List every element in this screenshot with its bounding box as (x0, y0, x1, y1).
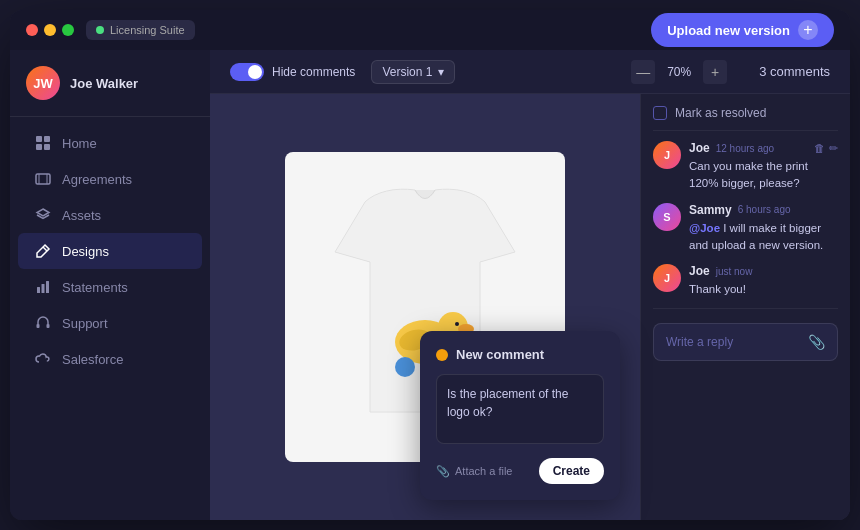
user-profile: JW Joe Walker (10, 66, 210, 117)
sidebar-item-designs-label: Designs (62, 244, 109, 259)
popup-title: New comment (456, 347, 544, 362)
hide-comments-toggle[interactable]: Hide comments (230, 63, 355, 81)
sidebar-item-statements-label: Statements (62, 280, 128, 295)
layers-icon (34, 206, 52, 224)
avatar: J (653, 264, 681, 292)
sidebar-item-designs[interactable]: Designs (18, 233, 202, 269)
popup-header: New comment (436, 347, 604, 362)
close-button[interactable] (26, 24, 38, 36)
sidebar-item-salesforce-label: Salesforce (62, 352, 123, 367)
sidebar-item-salesforce[interactable]: Salesforce (18, 341, 202, 377)
sidebar-item-home[interactable]: Home (18, 125, 202, 161)
attach-label: Attach a file (455, 465, 512, 477)
svg-rect-12 (47, 324, 50, 328)
new-comment-textarea[interactable]: Is the placement of the logo ok? (436, 374, 604, 444)
zoom-in-button[interactable]: + (703, 60, 727, 84)
sidebar-item-assets-label: Assets (62, 208, 101, 223)
sidebar-item-agreements[interactable]: Agreements (18, 161, 202, 197)
svg-rect-9 (42, 284, 45, 293)
comment-time: 6 hours ago (738, 204, 791, 215)
film-icon (34, 170, 52, 188)
comment-header: Sammy 6 hours ago (689, 203, 838, 217)
comments-count: 3 comments (759, 64, 830, 79)
resolve-checkbox-input[interactable] (653, 106, 667, 120)
sidebar-item-statements[interactable]: Statements (18, 269, 202, 305)
new-comment-popup: New comment Is the placement of the logo… (420, 331, 620, 500)
version-label: Version 1 (382, 65, 432, 79)
headphones-icon (34, 314, 52, 332)
pen-icon (34, 242, 52, 260)
svg-point-16 (455, 322, 459, 326)
comment-dot-icon (436, 349, 448, 361)
upload-new-version-button[interactable]: Upload new version + (651, 13, 834, 47)
svg-rect-2 (36, 144, 42, 150)
main-content: JW Joe Walker Home (10, 50, 850, 520)
tab-title: Licensing Suite (110, 24, 185, 36)
content-area: Hide comments Version 1 ▾ — 70% + 3 comm… (210, 50, 850, 520)
maximize-button[interactable] (62, 24, 74, 36)
comment-body: Joe 12 hours ago 🗑 ✏ Can you make the pr… (689, 141, 838, 193)
create-comment-button[interactable]: Create (539, 458, 604, 484)
comment-body: Joe just now Thank you! (689, 264, 838, 298)
svg-rect-4 (36, 174, 50, 184)
comment-body: Sammy 6 hours ago @Joe I will make it bi… (689, 203, 838, 255)
sidebar-item-support-label: Support (62, 316, 108, 331)
avatar: JW (26, 66, 60, 100)
mark-as-resolved[interactable]: Mark as resolved (653, 106, 838, 120)
svg-rect-0 (36, 136, 42, 142)
comment-text: @Joe I will make it bigger and upload a … (689, 220, 838, 255)
user-name: Joe Walker (70, 76, 138, 91)
toggle-switch[interactable] (230, 63, 264, 81)
popup-footer: 📎 Attach a file Create (436, 458, 604, 484)
toolbar: Hide comments Version 1 ▾ — 70% + 3 comm… (210, 50, 850, 94)
divider (653, 130, 838, 131)
comments-panel: Mark as resolved J Joe 12 hours ago 🗑 (640, 94, 850, 520)
zoom-controls: — 70% + (631, 60, 727, 84)
svg-rect-3 (44, 144, 50, 150)
title-bar: Licensing Suite Upload new version + (10, 10, 850, 50)
sidebar-item-assets[interactable]: Assets (18, 197, 202, 233)
edit-comment-button[interactable]: ✏ (829, 142, 838, 155)
svg-line-7 (43, 247, 47, 251)
attach-file-button[interactable]: 📎 Attach a file (436, 465, 512, 478)
bar-chart-icon (34, 278, 52, 296)
attach-icon[interactable]: 📎 (808, 334, 825, 350)
comment-header: Joe just now (689, 264, 838, 278)
comment-actions: 🗑 ✏ (814, 142, 838, 155)
sidebar-item-support[interactable]: Support (18, 305, 202, 341)
svg-rect-8 (37, 287, 40, 293)
cloud-icon (34, 350, 52, 368)
sidebar: JW Joe Walker Home (10, 50, 210, 520)
grid-icon (34, 134, 52, 152)
comment-author: Joe (689, 141, 710, 155)
svg-rect-11 (37, 324, 40, 328)
traffic-lights (26, 24, 74, 36)
plus-icon: + (798, 20, 818, 40)
avatar: S (653, 203, 681, 231)
app-tab[interactable]: Licensing Suite (86, 20, 195, 40)
comment-item: S Sammy 6 hours ago @Joe I will make it … (653, 203, 838, 255)
comment-item: J Joe 12 hours ago 🗑 ✏ Can you make the (653, 141, 838, 193)
app-window: Licensing Suite Upload new version + JW … (10, 10, 850, 520)
comment-text: Can you make the print 120% bigger, plea… (689, 158, 838, 193)
avatar: J (653, 141, 681, 169)
paperclip-icon: 📎 (436, 465, 450, 478)
minimize-button[interactable] (44, 24, 56, 36)
zoom-out-button[interactable]: — (631, 60, 655, 84)
svg-rect-1 (44, 136, 50, 142)
delete-comment-button[interactable]: 🗑 (814, 142, 825, 155)
reply-placeholder: Write a reply (666, 335, 733, 349)
comment-time: just now (716, 266, 753, 277)
zoom-value: 70% (663, 65, 695, 79)
comment-time: 12 hours ago (716, 143, 774, 154)
svg-point-19 (395, 357, 415, 377)
upload-button-label: Upload new version (667, 23, 790, 38)
comment-item: J Joe just now Thank you! (653, 264, 838, 298)
tab-indicator (96, 26, 104, 34)
comment-text: Thank you! (689, 281, 838, 298)
hide-comments-label: Hide comments (272, 65, 355, 79)
comment-header: Joe 12 hours ago 🗑 ✏ (689, 141, 838, 155)
version-select[interactable]: Version 1 ▾ (371, 60, 455, 84)
comment-author: Joe (689, 264, 710, 278)
reply-box[interactable]: Write a reply 📎 (653, 323, 838, 361)
